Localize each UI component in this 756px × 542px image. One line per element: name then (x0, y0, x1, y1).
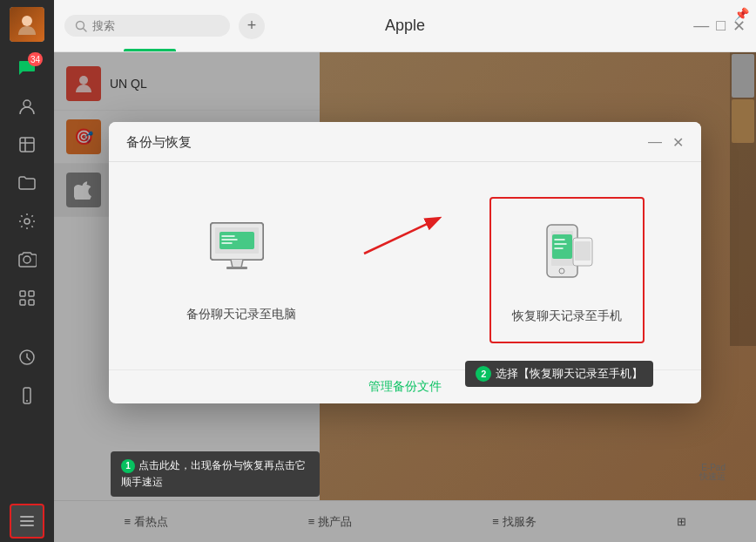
svg-rect-30 (575, 241, 591, 261)
hamburger-menu[interactable] (10, 504, 44, 539)
settings-nav-item[interactable] (10, 204, 44, 239)
dialog-close[interactable]: ✕ (672, 134, 684, 151)
svg-rect-5 (20, 291, 25, 296)
sidebar: 34 (0, 0, 54, 542)
svg-point-4 (24, 256, 30, 263)
tooltip-2: 2选择【恢复聊天记录至手机】 (465, 361, 653, 387)
clock-nav-item[interactable] (10, 340, 44, 375)
folder-nav-item[interactable] (10, 166, 44, 200)
tooltip-1: 1点击此处，出现备份与恢复再点击它顺手速运 (111, 451, 320, 497)
contacts-nav-item[interactable] (10, 89, 44, 124)
svg-rect-21 (226, 267, 247, 269)
tooltip-2-text: 选择【恢复聊天记录至手机】 (496, 367, 643, 380)
restore-phone-icon (528, 216, 606, 295)
svg-point-3 (24, 219, 30, 224)
apps-nav-item[interactable] (10, 281, 44, 315)
dialog-body: 备份聊天记录至电脑 (109, 162, 701, 369)
svg-rect-2 (20, 138, 34, 152)
backup-dialog: 备份与恢复 — ✕ (109, 122, 701, 403)
svg-point-0 (22, 16, 32, 26)
svg-rect-6 (29, 291, 34, 296)
svg-point-11 (26, 400, 28, 402)
chat-nav-item[interactable]: 34 (10, 51, 44, 85)
svg-rect-17 (219, 232, 254, 249)
window-controls: — □ ✕ (693, 17, 746, 36)
box-nav-item[interactable] (10, 127, 44, 162)
svg-rect-8 (29, 300, 34, 305)
top-bar: + Apple 📌 — □ ✕ (54, 0, 756, 52)
minimize-button[interactable]: — (693, 17, 709, 35)
svg-rect-24 (552, 234, 572, 259)
backup-pc-label: 备份聊天记录至电脑 (186, 307, 296, 322)
search-box[interactable] (64, 15, 230, 37)
restore-to-phone-option[interactable]: 恢复聊天记录至手机 2选择【恢复聊天记录至手机】 (489, 197, 645, 343)
add-button[interactable]: + (239, 13, 265, 39)
backup-pc-icon (202, 214, 280, 293)
user-avatar[interactable] (10, 7, 44, 42)
dialog-title: 备份与恢复 (126, 134, 192, 151)
main-area: + Apple 📌 — □ ✕ (54, 0, 756, 542)
tooltip-1-text: 点击此处，出现备份与恢复再点击它顺手速运 (121, 459, 306, 488)
svg-rect-7 (20, 300, 25, 305)
right-arrow (360, 214, 447, 258)
dialog-minimize[interactable]: — (648, 134, 662, 151)
dialog-title-bar: 备份与恢复 — ✕ (109, 122, 701, 162)
search-input[interactable] (92, 19, 214, 32)
window-title: Apple (385, 17, 425, 35)
close-button[interactable]: ✕ (732, 17, 746, 36)
tooltip-2-badge: 2 (476, 366, 491, 382)
search-icon (75, 20, 87, 32)
restore-button[interactable]: □ (716, 17, 726, 35)
arrow-area (360, 214, 447, 258)
restore-phone-label: 恢复聊天记录至手机 (512, 308, 622, 324)
svg-point-1 (24, 100, 30, 107)
camera-nav-item[interactable] (10, 242, 44, 277)
backup-to-pc-option[interactable]: 备份聊天记录至电脑 (165, 197, 317, 340)
dialog-controls: — ✕ (648, 134, 684, 151)
chat-badge: 34 (28, 52, 43, 66)
mobile-nav-item[interactable] (10, 378, 44, 413)
tooltip-1-badge: 1 (121, 459, 135, 473)
